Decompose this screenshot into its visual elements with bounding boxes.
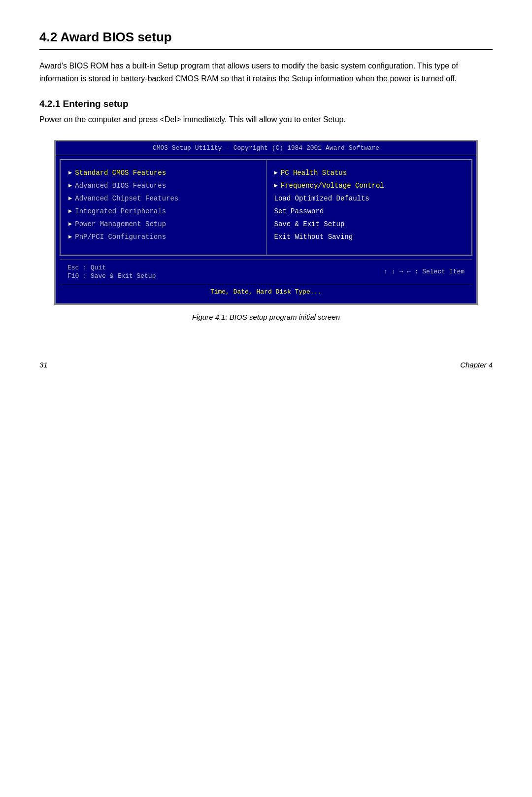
bios-right-menu-item[interactable]: Set Password <box>274 207 464 215</box>
bios-footer-left: Esc : QuitF10 : Save & Exit Setup <box>67 264 156 280</box>
bios-left-menu-item[interactable]: ▶Advanced BIOS Features <box>68 182 258 190</box>
bios-left-menu-item[interactable]: ▶Integrated Peripherals <box>68 207 258 215</box>
bios-right-menu-item[interactable]: Exit Without Saving <box>274 233 464 241</box>
bios-arrow-icon: ▶ <box>274 182 278 189</box>
subsection-body: Power on the computer and press <Del> im… <box>39 113 493 126</box>
section-body: Award's BIOS ROM has a built-in Setup pr… <box>39 60 493 85</box>
bios-arrow-icon: ▶ <box>68 169 72 176</box>
bios-right-menu-item[interactable]: ▶PC Health Status <box>274 169 464 177</box>
chapter-label: Chapter 4 <box>460 361 493 369</box>
figure-caption: Figure 4.1: BIOS setup program initial s… <box>39 313 493 321</box>
bios-footer: Esc : QuitF10 : Save & Exit Setup ↑ ↓ → … <box>60 260 472 284</box>
bios-menu-label: Exit Without Saving <box>274 233 353 241</box>
bios-arrow-icon: ▶ <box>68 207 72 215</box>
bios-arrow-icon: ▶ <box>68 220 72 228</box>
bios-right-menu: ▶PC Health Status▶Frequency/Voltage Cont… <box>266 160 472 255</box>
bios-menu-label: Load Optimized Defaults <box>274 195 369 202</box>
bios-menu-label: Advanced BIOS Features <box>75 182 166 190</box>
bios-left-menu-item[interactable]: ▶PnP/PCI Configurations <box>68 233 258 241</box>
bios-footer-key: Esc : Quit <box>67 264 156 271</box>
bios-right-menu-item[interactable]: ▶Frequency/Voltage Control <box>274 182 464 190</box>
bios-arrow-icon: ▶ <box>68 195 72 202</box>
bios-title-bar: CMOS Setup Utility - Copyright (C) 1984-… <box>56 141 476 155</box>
bios-right-menu-item[interactable]: Load Optimized Defaults <box>274 195 464 202</box>
bios-menu-label: Integrated Peripherals <box>75 207 166 215</box>
bios-screen: CMOS Setup Utility - Copyright (C) 1984-… <box>54 140 478 305</box>
bios-menu-label: Power Management Setup <box>75 220 166 228</box>
section-title: 4.2 Award BIOS setup <box>39 30 493 50</box>
page-number: 31 <box>39 361 48 369</box>
bios-left-menu-item[interactable]: ▶Standard CMOS Features <box>68 169 258 177</box>
bios-bottom-bar: Time, Date, Hard Disk Type... <box>60 284 472 299</box>
bios-left-menu: ▶Standard CMOS Features▶Advanced BIOS Fe… <box>61 160 266 255</box>
bios-right-menu-item[interactable]: Save & Exit Setup <box>274 220 464 228</box>
page-footer: 31 Chapter 4 <box>39 361 493 369</box>
bios-footer-right: ↑ ↓ → ← : Select Item <box>384 264 465 280</box>
subsection-title: 4.2.1 Entering setup <box>39 99 493 109</box>
bios-arrow-icon: ▶ <box>68 233 72 240</box>
page-content: 4.2 Award BIOS setup Award's BIOS ROM ha… <box>39 30 493 369</box>
bios-menu-label: PC Health Status <box>281 169 347 177</box>
bios-left-menu-item[interactable]: ▶Advanced Chipset Features <box>68 195 258 202</box>
bios-main-area: ▶Standard CMOS Features▶Advanced BIOS Fe… <box>60 159 472 256</box>
bios-menu-label: Frequency/Voltage Control <box>281 182 384 190</box>
bios-menu-label: Standard CMOS Features <box>75 169 166 177</box>
bios-arrow-icon: ▶ <box>274 169 278 176</box>
bios-menu-label: Save & Exit Setup <box>274 220 345 228</box>
bios-menu-label: Advanced Chipset Features <box>75 195 178 202</box>
bios-footer-key: F10 : Save & Exit Setup <box>67 272 156 280</box>
bios-arrow-icon: ▶ <box>68 182 72 189</box>
bios-menu-label: Set Password <box>274 207 324 215</box>
bios-left-menu-item[interactable]: ▶Power Management Setup <box>68 220 258 228</box>
bios-menu-label: PnP/PCI Configurations <box>75 233 166 241</box>
